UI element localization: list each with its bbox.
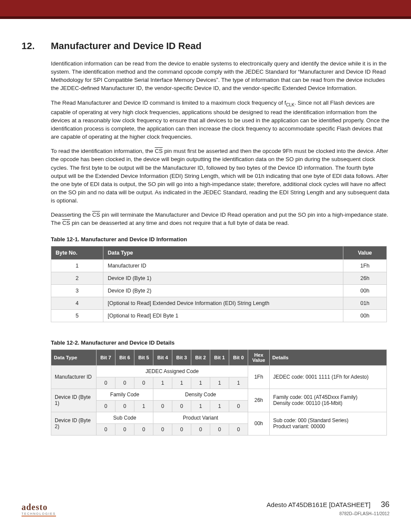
t1-h-type: Data Type [103,246,343,259]
table2-caption: Table 12-2. Manufacturer and Device ID D… [22,339,389,346]
page-footer: adesto TECHNOLOGIES Adesto AT45DB161E [D… [0,500,411,529]
table-row: Device ID (Byte 2) Sub Code Product Vari… [51,412,387,423]
page-content: 12. Manufacturer and Device ID Read Iden… [0,19,411,448]
paragraph-1: Identification information can be read f… [22,59,389,93]
section-number: 12. [22,40,39,52]
table-row: 4 [Optional to Read] Extended Device Inf… [51,297,387,309]
table-row: Manufacturer ID JEDEC Assigned Code 1Fh … [51,365,387,377]
t1-h-value: Value [343,246,387,259]
doc-id: 8782D–DFLASH–11/2012 [339,511,389,516]
table-12-1: Byte No. Data Type Value 1 Manufacturer … [51,246,387,322]
t1-h-byte: Byte No. [51,246,103,259]
table-row: 3 Device ID (Byte 2) 00h [51,284,387,297]
table-12-2: Data Type Bit 7 Bit 6 Bit 5 Bit 4 Bit 3 … [51,349,387,436]
section-title: Manufacturer and Device ID Read [51,40,202,52]
logo-block: adesto TECHNOLOGIES [22,502,56,516]
paragraph-2: The Read Manufacturer and Device ID comm… [22,99,389,141]
paragraph-4: Deasserting the CS pin will terminate th… [22,211,389,227]
paragraph-3: To read the identification information, … [22,147,389,205]
table1-caption: Table 12-1. Manufacturer and Device ID I… [22,236,389,243]
logo-subtext: TECHNOLOGIES [22,512,56,516]
table-row: 1 Manufacturer ID 1Fh [51,259,387,272]
table-row: 2 Device ID (Byte 1) 26h [51,272,387,284]
page-number: 36 [381,500,389,509]
section-heading: 12. Manufacturer and Device ID Read [22,40,389,52]
footer-right: Adesto AT45DB161E [DATASHEET] 36 8782D–D… [267,500,389,516]
header-bar [0,0,411,19]
adesto-logo: adesto [22,502,56,512]
table-row: Device ID (Byte 1) Family Code Density C… [51,389,387,400]
table-row: 5 [Optional to Read] EDI Byte 1 00h [51,309,387,322]
doc-title: Adesto AT45DB161E [DATASHEET] [267,501,371,508]
t2-h-dt: Data Type [51,349,97,365]
